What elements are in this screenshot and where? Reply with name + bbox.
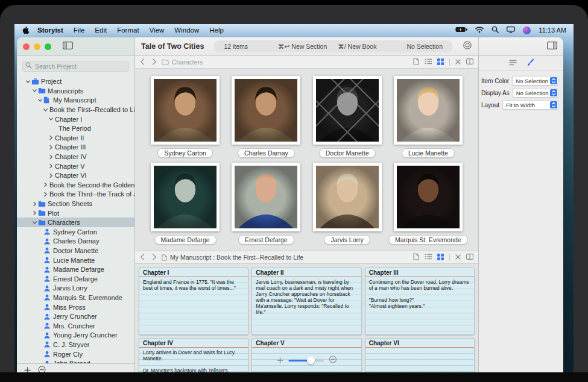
tree-item[interactable]: Ernest Defarge — [17, 274, 134, 284]
section-sheet-card[interactable]: Chapter III Continuing on the Dover road… — [365, 268, 475, 335]
character-name-badge[interactable]: Jarvis Lorry — [324, 235, 370, 245]
tree-item[interactable]: Miss Pross — [17, 302, 134, 312]
zoom-slider-knob[interactable] — [307, 357, 315, 365]
back-icon[interactable] — [140, 254, 145, 261]
disclosure-closed-icon[interactable] — [48, 135, 54, 140]
character-card[interactable]: Jarvis Lorry — [313, 163, 382, 245]
split-view-icon[interactable] — [466, 254, 473, 261]
tree-item[interactable]: Chapter III — [17, 143, 134, 152]
character-photo[interactable] — [151, 163, 220, 231]
forward-icon[interactable] — [152, 58, 157, 66]
title-bar[interactable]: Tale of Two Cities 12 items ⌘↩ New Secti… — [17, 37, 563, 56]
character-card[interactable]: Charles Darnay — [232, 76, 300, 158]
disclosure-closed-icon[interactable] — [43, 182, 49, 187]
disclosure-open-icon[interactable] — [32, 220, 38, 225]
tree-item[interactable]: Characters — [17, 218, 134, 227]
siri-icon[interactable] — [523, 27, 531, 34]
style-tab-icon[interactable] — [526, 58, 534, 69]
tree-item[interactable]: Chapter II — [17, 133, 134, 143]
character-card[interactable]: Sydney Carton — [151, 76, 220, 158]
character-name-badge[interactable]: Lucie Manette — [402, 148, 455, 158]
zoom-slider[interactable] — [288, 360, 323, 362]
character-photo[interactable] — [232, 163, 300, 231]
tree-item[interactable]: My Manuscript — [17, 96, 134, 105]
toggle-sidebar-icon[interactable] — [63, 41, 73, 52]
tree-item[interactable]: Book the Third--the Track of a Storm — [17, 190, 134, 199]
zoom-out-icon[interactable] — [277, 355, 283, 366]
section-sheet-card[interactable]: Chapter II Jarvis Lorry, businessman, is… — [251, 268, 361, 335]
tree-item[interactable]: Chapter VI — [17, 171, 134, 180]
character-photo[interactable] — [313, 163, 382, 231]
character-card[interactable]: Lucie Manette — [394, 76, 463, 158]
tree-item[interactable]: Manuscripts — [17, 86, 134, 96]
apple-menu-icon[interactable] — [22, 26, 29, 34]
character-name-badge[interactable]: Charles Darnay — [238, 148, 295, 158]
disclosure-open-icon[interactable] — [48, 116, 54, 122]
section-sheet-body[interactable]: Jarvis Lorry, businessman, is traveling … — [252, 277, 361, 334]
character-photo[interactable] — [394, 76, 463, 145]
menu-item[interactable]: Help — [209, 27, 224, 34]
tree-item[interactable]: John Barsad — [17, 359, 134, 363]
character-photo[interactable] — [151, 76, 220, 145]
zoom-window-button[interactable] — [45, 43, 51, 50]
new-sheet-icon[interactable] — [413, 58, 419, 66]
list-view-icon[interactable] — [425, 58, 432, 66]
grid-view-icon[interactable] — [437, 254, 444, 261]
tree-item[interactable]: Sydney Carton — [17, 227, 134, 237]
tree-item[interactable]: Roger Cly — [17, 349, 134, 359]
character-card[interactable]: Ernest Defarge — [232, 163, 300, 245]
search-input[interactable] — [22, 61, 129, 72]
character-card[interactable]: Doctor Manette — [313, 76, 382, 158]
list-tab-icon[interactable] — [509, 58, 517, 69]
tree-item[interactable]: Marquis St. Evremonde — [17, 293, 134, 302]
character-photo[interactable] — [394, 163, 463, 231]
toggle-inspector-icon[interactable] — [547, 41, 557, 52]
tree-item[interactable]: Book the Second-the Golden Thread — [17, 180, 134, 190]
disclosure-closed-icon[interactable] — [48, 145, 54, 150]
tree-item[interactable]: Madame Defarge — [17, 265, 134, 274]
new-book-shortcut[interactable]: ⌘/ New Book — [338, 43, 376, 50]
section-sheet-card[interactable]: Chapter IV Lorry arrives in Dover and wa… — [139, 338, 248, 377]
character-photo[interactable] — [232, 76, 300, 145]
menu-item[interactable]: File — [74, 27, 85, 34]
menu-item[interactable]: Storyist — [37, 27, 63, 34]
character-name-badge[interactable]: Sydney Carton — [157, 148, 212, 158]
tree-item[interactable]: Jerry Cruncher — [17, 312, 134, 321]
disclosure-open-icon[interactable] — [32, 88, 38, 93]
spotlight-icon[interactable] — [492, 26, 499, 34]
tree-item[interactable]: Chapter I — [17, 114, 134, 124]
tree-item[interactable]: Doctor Manette — [17, 246, 134, 255]
tree-item[interactable]: Mrs. Cruncher — [17, 321, 134, 331]
tree-item[interactable]: Project — [17, 77, 134, 87]
disclosure-closed-icon[interactable] — [32, 210, 38, 216]
menu-item[interactable]: Format — [117, 27, 139, 34]
new-section-shortcut[interactable]: ⌘↩ New Section — [278, 43, 327, 50]
close-icon[interactable] — [455, 58, 461, 66]
section-sheet-body[interactable]: England and France in 1775. "It was the … — [139, 277, 248, 334]
disclosure-open-icon[interactable] — [43, 107, 49, 113]
character-card[interactable]: Marquis St. Evremonde — [388, 163, 468, 245]
close-icon[interactable] — [455, 254, 461, 261]
close-window-button[interactable] — [23, 43, 30, 50]
character-name-badge[interactable]: Marquis St. Evremonde — [388, 235, 468, 245]
disclosure-closed-icon[interactable] — [43, 192, 49, 197]
zoom-in-icon[interactable] — [329, 355, 337, 366]
forward-icon[interactable] — [152, 254, 157, 261]
menu-item[interactable]: Window — [174, 27, 199, 34]
character-name-badge[interactable]: Madame Defarge — [154, 235, 217, 245]
disclosure-open-icon[interactable] — [25, 79, 31, 84]
minimize-window-button[interactable] — [34, 43, 40, 50]
battery-icon[interactable] — [455, 27, 467, 34]
popup-button[interactable]: No Selection — [513, 88, 558, 98]
tree-item[interactable]: Charles Darnay — [17, 237, 134, 246]
breadcrumb[interactable]: Characters — [162, 58, 203, 66]
section-sheet-card[interactable]: Chapter I England and France in 1775. "I… — [139, 268, 248, 335]
character-name-badge[interactable]: Ernest Defarge — [238, 235, 294, 245]
split-view-icon[interactable] — [466, 58, 473, 66]
tree-item[interactable]: Jarvis Lorry — [17, 284, 134, 293]
list-view-icon[interactable] — [425, 254, 432, 261]
tree-item[interactable]: Chapter IV — [17, 152, 134, 161]
tree-item[interactable]: Book the First--Recalled to Life — [17, 105, 134, 114]
disclosure-closed-icon[interactable] — [48, 154, 54, 160]
tree-item[interactable]: Chapter V — [17, 161, 134, 171]
